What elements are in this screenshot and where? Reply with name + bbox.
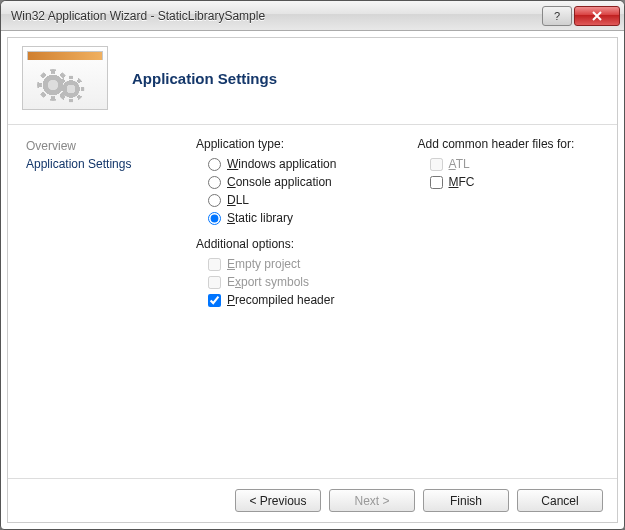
finish-button[interactable]: Finish xyxy=(423,489,509,512)
checkbox-mfc-label: MFC xyxy=(449,175,475,189)
radio-console-input[interactable] xyxy=(208,176,221,189)
checkbox-empty-input xyxy=(208,258,221,271)
help-button[interactable]: ? xyxy=(542,6,572,26)
sidebar: Overview Application Settings xyxy=(26,137,196,472)
checkbox-atl: ATL xyxy=(418,155,600,173)
close-icon xyxy=(592,11,602,21)
checkbox-export-label: Export symbols xyxy=(227,275,309,289)
form-area: Application type: Windows application Co… xyxy=(196,137,599,472)
radio-static-input[interactable] xyxy=(208,212,221,225)
window-title: Win32 Application Wizard - StaticLibrary… xyxy=(11,9,542,23)
footer: < Previous Next > Finish Cancel xyxy=(8,478,617,522)
radio-static-library[interactable]: Static library xyxy=(196,209,378,227)
checkbox-precompiled-label: Precompiled header xyxy=(227,293,334,307)
page-title: Application Settings xyxy=(132,70,277,87)
left-column: Application type: Windows application Co… xyxy=(196,137,378,472)
main-area: Overview Application Settings Applicatio… xyxy=(8,125,617,478)
wizard-icon xyxy=(22,46,108,110)
close-button[interactable] xyxy=(574,6,620,26)
radio-console-application[interactable]: Console application xyxy=(196,173,378,191)
checkbox-export-input xyxy=(208,276,221,289)
radio-dll-label: DLL xyxy=(227,193,249,207)
checkbox-mfc-input[interactable] xyxy=(430,176,443,189)
checkbox-export-symbols: Export symbols xyxy=(196,273,378,291)
wizard-window: Win32 Application Wizard - StaticLibrary… xyxy=(0,0,625,530)
checkbox-atl-input xyxy=(430,158,443,171)
radio-windows-label: Windows application xyxy=(227,157,336,171)
additional-options-label: Additional options: xyxy=(196,237,378,251)
radio-console-label: Console application xyxy=(227,175,332,189)
checkbox-atl-label: ATL xyxy=(449,157,470,171)
cancel-button[interactable]: Cancel xyxy=(517,489,603,512)
checkbox-precompiled-input[interactable] xyxy=(208,294,221,307)
titlebar: Win32 Application Wizard - StaticLibrary… xyxy=(1,1,624,31)
header-files-label: Add common header files for: xyxy=(418,137,600,151)
titlebar-buttons: ? xyxy=(542,6,620,26)
next-button: Next > xyxy=(329,489,415,512)
content-panel: Application Settings Overview Applicatio… xyxy=(7,37,618,523)
application-type-label: Application type: xyxy=(196,137,378,151)
checkbox-precompiled-header[interactable]: Precompiled header xyxy=(196,291,378,309)
sidebar-item-application-settings[interactable]: Application Settings xyxy=(26,155,186,173)
header: Application Settings xyxy=(8,38,617,125)
checkbox-mfc[interactable]: MFC xyxy=(418,173,600,191)
radio-dll-input[interactable] xyxy=(208,194,221,207)
radio-windows-input[interactable] xyxy=(208,158,221,171)
radio-static-label: Static library xyxy=(227,211,293,225)
checkbox-empty-label: Empty project xyxy=(227,257,300,271)
right-column: Add common header files for: ATL MFC xyxy=(418,137,600,472)
checkbox-empty-project: Empty project xyxy=(196,255,378,273)
previous-button[interactable]: < Previous xyxy=(235,489,321,512)
radio-dll[interactable]: DLL xyxy=(196,191,378,209)
radio-windows-application[interactable]: Windows application xyxy=(196,155,378,173)
gear-icon xyxy=(61,79,81,99)
sidebar-item-overview[interactable]: Overview xyxy=(26,137,186,155)
